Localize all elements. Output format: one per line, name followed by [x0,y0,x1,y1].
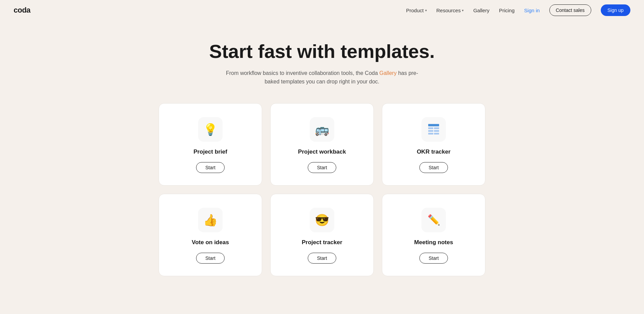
start-button-okr-tracker[interactable]: Start [419,162,448,173]
card-icon-vote-on-ideas: 👍 [198,208,223,232]
navbar: coda Product ▾ Resources ▾ Gallery Prici… [0,0,644,20]
svg-rect-4 [434,130,439,132]
signin-link[interactable]: Sign in [524,7,540,13]
card-icon-okr-tracker [421,117,446,142]
start-button-project-workback[interactable]: Start [308,162,336,173]
card-title-okr-tracker: OKR tracker [417,148,450,155]
svg-rect-3 [428,130,433,132]
product-chevron-icon: ▾ [425,9,427,12]
gallery-link[interactable]: Gallery [380,70,397,76]
card-okr-tracker: OKR tracker Start [382,103,485,186]
okr-table-icon [428,123,440,136]
nav-product[interactable]: Product ▾ [406,7,427,13]
nav-pricing[interactable]: Pricing [499,7,515,13]
card-title-project-brief: Project brief [193,148,227,155]
card-title-project-workback: Project workback [298,148,346,155]
logo[interactable]: coda [14,6,30,15]
start-button-project-tracker[interactable]: Start [308,253,336,264]
svg-rect-0 [428,124,439,126]
card-icon-project-workback: 🚌 [310,117,334,142]
signup-button[interactable]: Sign up [601,4,630,16]
contact-sales-button[interactable]: Contact sales [549,4,591,16]
svg-rect-1 [428,127,433,129]
hero-section: Start fast with templates. From workflow… [0,20,644,103]
svg-rect-5 [428,133,433,135]
card-icon-project-tracker: 😎 [310,208,334,232]
card-title-project-tracker: Project tracker [302,239,342,246]
cards-grid: 💡 Project brief Start 🚌 Project workback… [152,103,492,297]
card-project-brief: 💡 Project brief Start [159,103,262,186]
nav-resources[interactable]: Resources ▾ [436,7,464,13]
card-vote-on-ideas: 👍 Vote on ideas Start [159,194,262,276]
card-project-workback: 🚌 Project workback Start [270,103,374,186]
start-button-vote-on-ideas[interactable]: Start [196,253,225,264]
svg-rect-2 [434,127,439,129]
nav-gallery[interactable]: Gallery [473,7,489,13]
start-button-project-brief[interactable]: Start [196,162,225,173]
card-meeting-notes: ✏️ Meeting notes Start [382,194,485,276]
start-button-meeting-notes[interactable]: Start [419,253,448,264]
resources-chevron-icon: ▾ [462,9,464,12]
card-icon-meeting-notes: ✏️ [421,208,446,232]
svg-rect-6 [434,133,439,135]
hero-title: Start fast with templates. [7,41,637,62]
nav-right: Product ▾ Resources ▾ Gallery Pricing Si… [406,4,630,16]
hero-description: From workflow basics to inventive collab… [220,69,424,86]
card-icon-project-brief: 💡 [198,117,223,142]
card-project-tracker: 😎 Project tracker Start [270,194,374,276]
card-title-meeting-notes: Meeting notes [414,239,453,246]
card-title-vote-on-ideas: Vote on ideas [192,239,229,246]
